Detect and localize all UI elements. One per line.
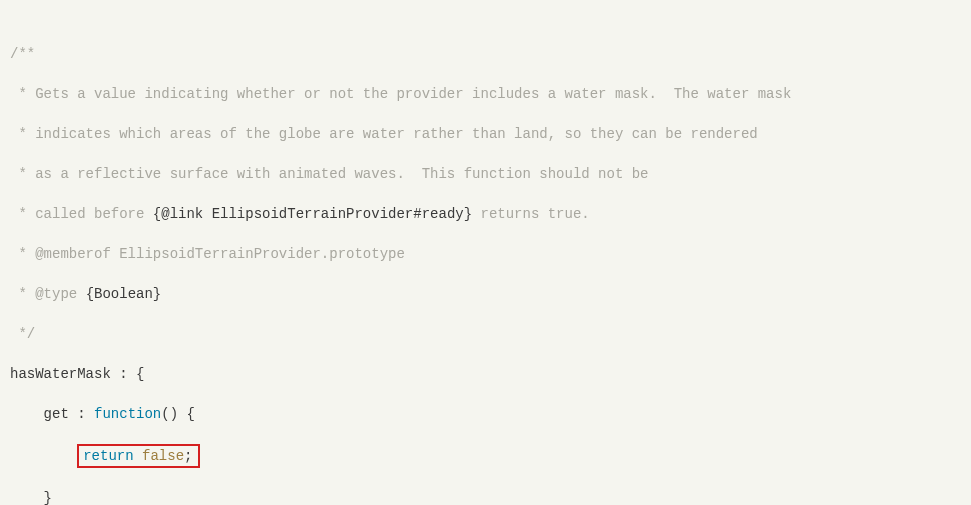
jsdoc-type-label: * @type <box>10 286 86 302</box>
return-keyword: return <box>83 448 133 464</box>
property-name: hasWaterMask <box>10 366 119 382</box>
comment-text: * as a reflective surface with animated … <box>10 166 649 182</box>
getter-label: get <box>10 406 77 422</box>
comment-text: * indicates which areas of the globe are… <box>10 126 758 142</box>
comment-close: */ <box>10 326 35 342</box>
highlighted-return-1: return false; <box>77 444 200 468</box>
jsdoc-type-value: {Boolean} <box>86 286 162 302</box>
brace-open: : { <box>119 366 144 382</box>
parens-open: () { <box>161 406 195 422</box>
false-literal: false <box>142 448 184 464</box>
indent <box>10 448 77 464</box>
jsdoc-memberof: * @memberof EllipsoidTerrainProvider.pro… <box>10 246 405 262</box>
space <box>134 448 142 464</box>
colon: : <box>77 406 94 422</box>
function-keyword: function <box>94 406 161 422</box>
comment-text: returns true. <box>472 206 590 222</box>
jsdoc-link: {@link EllipsoidTerrainProvider#ready} <box>153 206 472 222</box>
semicolon: ; <box>184 448 192 464</box>
comment-text: * Gets a value indicating whether or not… <box>10 86 791 102</box>
comment-open: /** <box>10 46 35 62</box>
brace-close: } <box>10 490 52 505</box>
jsdoc-block-1: /** * Gets a value indicating whether or… <box>0 20 971 505</box>
comment-text: * called before <box>10 206 153 222</box>
code-block: /** * Gets a value indicating whether or… <box>0 0 971 505</box>
